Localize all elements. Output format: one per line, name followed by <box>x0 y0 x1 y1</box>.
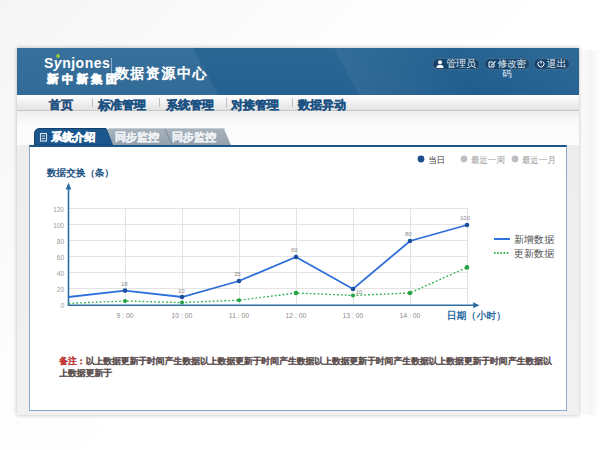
svg-text:80: 80 <box>57 238 65 245</box>
svg-text:20: 20 <box>57 286 65 293</box>
svg-text:日期（小时）: 日期（小时） <box>447 310 506 321</box>
svg-text:10: 10 <box>178 288 185 294</box>
svg-text:60: 60 <box>57 254 65 261</box>
svg-text:同步监控: 同步监控 <box>115 131 160 143</box>
svg-text:9 : 00: 9 : 00 <box>116 312 133 319</box>
svg-text:18: 18 <box>121 281 128 287</box>
svg-text:13 : 00: 13 : 00 <box>343 312 364 319</box>
svg-text:100: 100 <box>460 215 471 221</box>
svg-text:60: 60 <box>291 247 298 253</box>
svg-text:40: 40 <box>57 270 65 277</box>
svg-text:11 : 00: 11 : 00 <box>229 312 250 319</box>
svg-text:80: 80 <box>405 231 412 237</box>
svg-text:最近一月: 最近一月 <box>522 155 556 165</box>
svg-text:数据交换（条）: 数据交换（条） <box>46 167 114 179</box>
svg-text:当日: 当日 <box>428 155 445 165</box>
svg-text:12 : 00: 12 : 00 <box>286 312 307 319</box>
svg-text:10: 10 <box>356 289 363 295</box>
svg-text:10 : 00: 10 : 00 <box>172 312 193 319</box>
svg-text:新增数据: 新增数据 <box>514 234 555 245</box>
svg-text:120: 120 <box>53 206 64 213</box>
svg-text:35: 35 <box>234 271 241 277</box>
svg-text:同步监控: 同步监控 <box>172 131 217 143</box>
svg-text:14 : 00: 14 : 00 <box>400 312 421 319</box>
svg-text:0: 0 <box>60 302 64 309</box>
svg-text:更新数据: 更新数据 <box>514 248 555 259</box>
svg-text:最近一周: 最近一周 <box>471 155 505 165</box>
svg-text:100: 100 <box>53 222 64 229</box>
svg-text:系统介绍: 系统介绍 <box>51 131 96 143</box>
